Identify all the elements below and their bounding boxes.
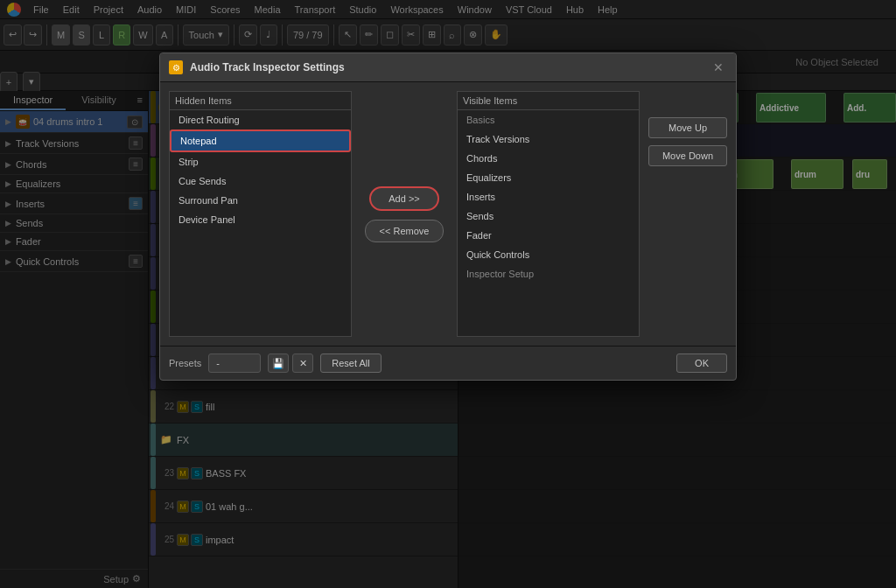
visible-item-quick-controls[interactable]: Quick Controls (458, 245, 639, 264)
visible-items-list: Basics Track Versions Chords Equalizers … (457, 109, 640, 337)
add-button[interactable]: Add >> (369, 186, 439, 211)
visible-items-header: Visible Items (457, 91, 640, 109)
dialog-title-icon: ⚙ (169, 60, 183, 74)
footer-icon-buttons: 💾 ✕ (268, 354, 313, 373)
presets-label: Presets (169, 358, 201, 368)
visible-item-inspector-setup[interactable]: Inspector Setup (458, 264, 639, 284)
hidden-item-strip[interactable]: Strip (170, 152, 351, 172)
presets-dropdown[interactable]: - (208, 354, 261, 373)
hidden-items-list: Direct Routing Notepad Strip Cue Sends S… (169, 109, 352, 337)
dialog-body: Hidden Items Direct Routing Notepad Stri… (160, 82, 736, 346)
visible-item-sends[interactable]: Sends (458, 206, 639, 226)
hidden-item-notepad[interactable]: Notepad (170, 130, 351, 152)
visible-item-chords[interactable]: Chords (458, 149, 639, 168)
dialog-overlay: ⚙ Audio Track Inspector Settings ✕ Hidde… (0, 0, 896, 588)
hidden-item-surround-pan[interactable]: Surround Pan (170, 191, 351, 210)
hidden-item-device-panel[interactable]: Device Panel (170, 210, 351, 229)
audio-track-inspector-settings-dialog: ⚙ Audio Track Inspector Settings ✕ Hidde… (159, 52, 737, 381)
dialog-footer: Presets - 💾 ✕ Reset All OK (160, 346, 736, 380)
visible-item-equalizers[interactable]: Equalizers (458, 168, 639, 187)
preset-delete-button[interactable]: ✕ (292, 354, 313, 373)
hidden-items-header: Hidden Items (169, 91, 352, 109)
remove-button[interactable]: << Remove (365, 220, 444, 242)
visible-item-basics[interactable]: Basics (458, 110, 639, 130)
dialog-close-button[interactable]: ✕ (710, 59, 727, 76)
hidden-item-direct-routing[interactable]: Direct Routing (170, 110, 351, 130)
visible-items-column: Visible Items Basics Track Versions Chor… (457, 91, 640, 337)
visible-item-inserts[interactable]: Inserts (458, 187, 639, 206)
visible-item-fader[interactable]: Fader (458, 226, 639, 245)
move-down-button[interactable]: Move Down (648, 145, 727, 166)
ok-button[interactable]: OK (676, 354, 727, 373)
hidden-items-column: Hidden Items Direct Routing Notepad Stri… (169, 91, 352, 337)
preset-save-button[interactable]: 💾 (268, 354, 289, 373)
dialog-right-actions: Move Up Move Down (640, 91, 727, 337)
hidden-item-cue-sends[interactable]: Cue Sends (170, 172, 351, 191)
dialog-middle-actions: Add >> << Remove (352, 91, 457, 337)
move-up-button[interactable]: Move Up (648, 117, 727, 138)
dialog-title-bar: ⚙ Audio Track Inspector Settings ✕ (160, 53, 736, 82)
reset-all-button[interactable]: Reset All (320, 354, 381, 373)
visible-item-track-versions[interactable]: Track Versions (458, 130, 639, 149)
dialog-title-text: Audio Track Inspector Settings (190, 61, 710, 74)
